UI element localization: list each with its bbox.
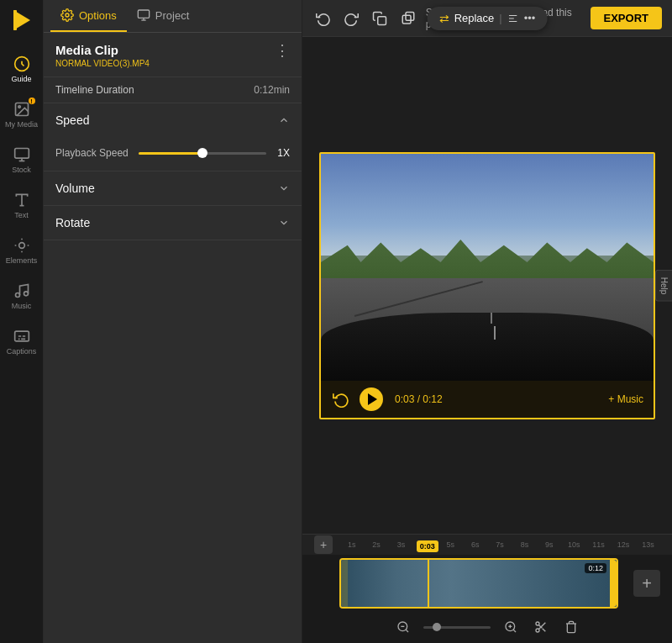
app-logo[interactable] <box>8 7 35 34</box>
sidebar: Guide My Media ! Stock Text Elements Mus… <box>0 0 44 643</box>
rotate-section: Rotate <box>44 206 302 240</box>
video-track[interactable]: 0:12 <box>339 558 618 609</box>
cut-button[interactable] <box>531 617 551 637</box>
road-marking <box>494 326 496 340</box>
zoom-thumb[interactable] <box>433 623 441 631</box>
zoom-slider[interactable] <box>423 626 491 629</box>
options-panel: Options Project Media Clip NORMAL VIDEO(… <box>44 0 302 643</box>
svg-rect-5 <box>14 148 29 158</box>
svg-point-10 <box>18 242 24 248</box>
volume-section-header[interactable]: Volume <box>44 171 302 205</box>
duration-label: Timeline Duration <box>55 84 134 96</box>
video-area: 0:03 / 0:12 + Music Help <box>302 37 672 534</box>
zoom-in-button[interactable] <box>501 617 521 637</box>
svg-point-4 <box>18 105 19 108</box>
svg-point-12 <box>24 291 28 295</box>
sidebar-item-text[interactable]: Text <box>2 183 42 227</box>
video-time: 0:03 / 0:12 <box>395 393 443 405</box>
speed-section-content: Playback Speed 1X <box>44 137 302 171</box>
clip-header: Media Clip NORMAL VIDEO(3).MP4 ⋮ <box>44 33 302 77</box>
replace-popup[interactable]: ⇄ Replace | ••• <box>428 7 548 30</box>
volume-label: Volume <box>55 182 95 195</box>
play-button[interactable] <box>360 387 383 411</box>
more-dots: ••• <box>524 12 536 24</box>
clip-title: Media Clip <box>55 43 150 57</box>
road-marking-2 <box>491 313 492 324</box>
sidebar-item-music[interactable]: Music <box>2 274 42 318</box>
speed-section-header[interactable]: Speed <box>44 103 302 137</box>
ruler-mark: 3s <box>389 540 413 549</box>
ruler-mark: 12s <box>611 540 635 549</box>
svg-point-11 <box>15 293 19 297</box>
ruler-mark: 13s <box>636 540 660 549</box>
zoom-out-button[interactable] <box>393 617 413 637</box>
video-player: 0:03 / 0:12 + Music <box>319 152 655 419</box>
sidebar-item-guide[interactable]: Guide <box>2 47 42 91</box>
sidebar-item-my-media[interactable]: My Media ! <box>2 92 42 136</box>
speed-section: Speed Playback Speed 1X <box>44 103 302 171</box>
svg-point-14 <box>66 13 69 17</box>
ruler-mark: 6s <box>463 540 487 549</box>
replay-button[interactable] <box>331 389 351 409</box>
clip-menu-button[interactable]: ⋮ <box>275 43 290 58</box>
track-handle-right[interactable] <box>610 560 617 607</box>
ruler-mark: 2s <box>364 540 388 549</box>
duplicate-button[interactable] <box>369 7 391 30</box>
track-duration-badge: 0:12 <box>585 563 606 573</box>
ruler-mark: 1s <box>339 540 364 549</box>
svg-line-25 <box>406 630 408 632</box>
redo-button[interactable] <box>341 7 363 30</box>
play-icon <box>368 393 377 405</box>
sidebar-item-captions[interactable]: Captions <box>2 319 42 363</box>
sidebar-item-elements[interactable]: Elements <box>2 229 42 272</box>
svg-point-32 <box>536 629 539 632</box>
clip-duration-row: Timeline Duration 0:12min <box>44 77 302 103</box>
copy-button[interactable] <box>397 7 419 30</box>
ruler-marks: 1s 2s 0:03 3s 4s 5s 6s 7s 8s 9s 10s 11s … <box>339 540 660 549</box>
timeline-controls <box>302 612 672 642</box>
video-controls: 0:03 / 0:12 + Music <box>321 381 654 418</box>
ruler-mark: 11s <box>586 540 611 549</box>
delete-button[interactable] <box>561 617 581 637</box>
clip-subtitle: NORMAL VIDEO(3).MP4 <box>55 59 150 68</box>
svg-line-28 <box>513 630 516 632</box>
add-music-button[interactable]: + Music <box>608 393 643 405</box>
sidebar-item-stock[interactable]: Stock <box>2 138 42 182</box>
ruler-mark: 8s <box>512 540 537 549</box>
ruler-mark: 10s <box>562 540 586 549</box>
tab-project[interactable]: Project <box>127 0 199 32</box>
export-button[interactable]: EXPORT <box>591 7 662 29</box>
svg-rect-15 <box>138 10 149 18</box>
playback-speed-value: 1X <box>273 147 290 159</box>
add-clip-button[interactable]: + <box>633 570 660 597</box>
panel-tabs: Options Project <box>44 0 302 33</box>
rotate-section-header[interactable]: Rotate <box>44 206 302 240</box>
ruler-current-time: 0:03 <box>417 540 438 552</box>
playback-speed-slider[interactable]: 1X <box>139 147 290 159</box>
timeline-ruler: + 1s 2s 0:03 3s 4s 5s 6s 7s 8s 9s 10s 11… <box>302 535 672 555</box>
svg-rect-1 <box>13 10 17 30</box>
tab-project-label: Project <box>155 9 189 22</box>
sky-bg <box>321 154 654 256</box>
tab-options[interactable]: Options <box>50 0 127 32</box>
timeline-add-button[interactable]: + <box>314 535 333 554</box>
svg-rect-18 <box>378 16 386 24</box>
speed-label: Speed <box>55 113 89 127</box>
undo-button[interactable] <box>312 7 334 30</box>
toolbar: ⇄ Replace | ••• Signup or Login to downl… <box>302 0 672 37</box>
timeline: + 1s 2s 0:03 3s 4s 5s 6s 7s 8s 9s 10s 11… <box>302 534 672 643</box>
duration-value: 0:12min <box>254 84 290 96</box>
ruler-mark: 7s <box>487 540 512 549</box>
tab-options-label: Options <box>79 9 117 22</box>
help-tab[interactable]: Help <box>655 269 672 302</box>
playback-speed-label: Playback Speed <box>55 147 129 159</box>
replace-label: Replace <box>454 12 495 24</box>
adjust-icon <box>507 13 519 24</box>
track-thumbnail <box>341 560 617 607</box>
volume-section: Volume <box>44 171 302 206</box>
dashboard-bg <box>321 313 654 381</box>
svg-rect-20 <box>402 15 411 24</box>
ruler-mark: 9s <box>537 540 561 549</box>
main-content: ⇄ Replace | ••• Signup or Login to downl… <box>302 0 672 643</box>
svg-line-34 <box>543 629 546 632</box>
